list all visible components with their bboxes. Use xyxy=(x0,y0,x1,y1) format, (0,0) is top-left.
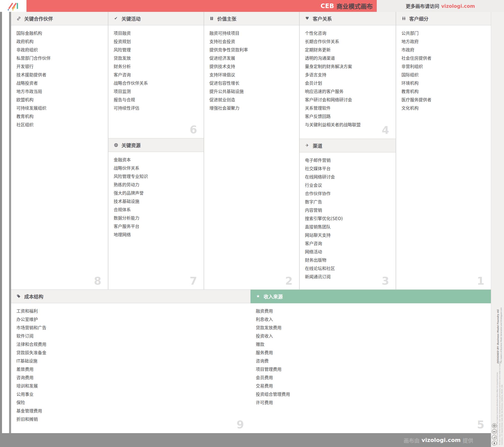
list-item: 社区组织 xyxy=(16,120,103,129)
item-list: 个性化咨询长期合作伙伴关系定期财务更新透明的沟通渠道量身定制的财务解决方案多语言… xyxy=(300,25,396,129)
list-item: 网络活动 xyxy=(305,247,391,256)
list-item: 项目管理费用 xyxy=(256,365,486,373)
item-list: 国际金融机构政府机构非政府组织私营部门合作伙伴开发银行技术援助提供者战略投资者地… xyxy=(11,25,108,129)
list-item: 利息收入 xyxy=(256,315,486,323)
list-item: 响应迅速的客户服务 xyxy=(305,87,391,95)
list-item: 地理网络 xyxy=(114,230,199,239)
list-item: 投资组合管理费用 xyxy=(256,390,486,398)
people-icon xyxy=(401,16,406,20)
list-item: 文化机构 xyxy=(401,104,486,112)
license-strip: DESIGNED BY: Business Model Foundry AG T… xyxy=(491,12,504,447)
star-icon: ★ xyxy=(256,294,261,298)
item-list: 项目融资投资规划风险管理贷款发放财务分析客户咨询战略合作伙伴关系项目监测报告与合… xyxy=(108,25,204,112)
list-item: 行业会议 xyxy=(305,181,391,189)
list-item: 提供技术支持 xyxy=(209,62,295,70)
section-customer-segments: 客户细分 公共部门地方政府市政府社会住房提供者非营利组织国际组织环境机构教育机构… xyxy=(396,12,491,289)
list-item: 技术基础设施 xyxy=(114,197,199,205)
list-item: 贷款发放 xyxy=(114,54,199,62)
creative-commons-badges: cc xyxy=(492,423,497,445)
list-item: 客户研讨会和网络研讨会 xyxy=(305,95,391,104)
list-item: 数字广告 xyxy=(305,197,391,206)
list-item: 支持社会投资 xyxy=(209,37,295,45)
list-item: 市政府 xyxy=(401,45,486,54)
footer-credit: 画布由 vizologi.com 提供 xyxy=(0,433,491,447)
section-customer-relationships: ♥ 客户关系 个性化咨询长期合作伙伴关系定期财务更新透明的沟通渠道量身定制的财务… xyxy=(300,12,396,139)
canvas-left-frame xyxy=(9,12,11,433)
list-item: 咨询费 xyxy=(256,356,486,365)
section-number: 6 xyxy=(190,125,197,135)
list-item: 工资和福利 xyxy=(16,307,246,315)
list-item: 支持环境倡议 xyxy=(209,70,295,79)
section-title: 关键活动 xyxy=(121,15,141,22)
section-number: 1 xyxy=(477,276,484,286)
item-list: 金融资本战略伙伴关系风险管理专业知识熟练的劳动力强大的品牌声誉技术基础设施合规体… xyxy=(108,152,204,239)
list-item: 风险管理专业知识 xyxy=(114,172,199,180)
plane-icon: ✈ xyxy=(305,143,310,147)
list-item: 报告与合规 xyxy=(114,95,199,104)
item-list: 公共部门地方政府市政府社会住房提供者非营利组织国际组织环境机构教育机构医疗服务提… xyxy=(396,25,491,112)
section-number: 3 xyxy=(382,276,389,286)
list-item: 投资收入 xyxy=(256,332,486,340)
section-number: 8 xyxy=(94,276,101,286)
section-header: 成本结构 xyxy=(11,290,250,303)
designed-by-subline: The makers of Business Model Generation … xyxy=(500,308,503,364)
section-title: 关键资源 xyxy=(121,142,141,148)
section-header: 价值主张 xyxy=(204,12,299,25)
item-list: 融资可持续项目支持社会投资提供竞争性贷款利率促进经济发展提供技术支持支持环境倡议… xyxy=(204,25,299,112)
list-item: 医疗服务提供者 xyxy=(401,95,486,104)
list-item: 公共部门 xyxy=(401,29,486,37)
section-header: 关键合作伙伴 xyxy=(11,12,108,25)
list-item: 定期财务更新 xyxy=(305,45,391,54)
list-item: 会员计划 xyxy=(305,79,391,87)
section-number: 4 xyxy=(382,125,389,136)
list-item: 地方政府 xyxy=(401,37,486,45)
footer-vizologi-link[interactable]: vizologi.com xyxy=(422,437,461,443)
list-item: 在线网络研讨会 xyxy=(305,172,391,181)
item-list: 电子邮件营销社交媒体平台在线网络研讨会行业会议合作伙伴协作数字广告内容营销搜索引… xyxy=(300,153,396,281)
list-item: 多语言支持 xyxy=(305,70,391,79)
license-text: This work is licensed under the Creative… xyxy=(496,359,503,445)
section-title: 渠道 xyxy=(313,142,322,149)
list-item: 办公室维护 xyxy=(16,315,246,323)
list-item: 欧盟机构 xyxy=(16,95,103,104)
list-item: 客户咨询 xyxy=(305,239,391,247)
list-item: 法律和合规费用 xyxy=(16,340,246,348)
list-item: 折旧和摊销 xyxy=(16,415,246,423)
list-item: 关系管理软件 xyxy=(305,104,391,112)
list-item: 数据分析能力 xyxy=(114,214,199,222)
section-revenue-streams: ★ 收入来源 融资费用利息收入贷款发放费用投资收入赠款服务费用咨询费项目管理费用… xyxy=(250,289,491,433)
logo[interactable] xyxy=(0,0,26,12)
list-item: 透明的沟通渠道 xyxy=(305,54,391,62)
list-item: 非营利组织 xyxy=(401,62,486,70)
globe-badge-icon xyxy=(492,423,497,428)
section-cost-structure: 成本结构 工资和福利办公室维护市场营销和广告软件订阅法律和合规费用贷款损失准备金… xyxy=(11,289,250,433)
list-item: 强大的品牌声誉 xyxy=(114,189,199,197)
footer-prefix: 画布由 xyxy=(404,436,420,444)
list-item: 量身定制的财务解决方案 xyxy=(305,62,391,70)
tag-icon xyxy=(16,294,21,298)
list-item: IT基础设施 xyxy=(16,356,246,365)
list-item: 贷款损失准备金 xyxy=(16,348,246,356)
list-item: 新闻通讯订阅 xyxy=(305,272,391,281)
section-value-propositions: 价值主张 融资可持续项目支持社会投资提供竞争性贷款利率促进经济发展提供技术支持支… xyxy=(204,12,300,289)
list-item: 直接销售团队 xyxy=(305,222,391,231)
list-item: 个性化咨询 xyxy=(305,29,391,37)
list-item: 项目监测 xyxy=(114,87,199,95)
heart-icon: ♥ xyxy=(305,16,310,20)
list-item: 贷款发放费用 xyxy=(256,323,486,332)
section-header: ✔ 关键活动 xyxy=(108,12,204,25)
vizologi-link[interactable]: vizologi.com xyxy=(441,3,475,9)
list-item: 地方市政当局 xyxy=(16,87,103,95)
list-item: 社会住房提供者 xyxy=(401,54,486,62)
list-item: 财务出版物 xyxy=(305,256,391,264)
list-item: 促进包容性增长 xyxy=(209,79,295,87)
designed-by-line: DESIGNED BY: Business Model Foundry AG xyxy=(496,308,500,364)
list-item: 战略伙伴关系 xyxy=(114,164,199,172)
list-item: 网站聊天支持 xyxy=(305,231,391,239)
list-item: 长期合作伙伴关系 xyxy=(305,37,391,45)
list-item: 培训和发展 xyxy=(16,381,246,390)
list-item: 服务费用 xyxy=(256,348,486,356)
designed-by-text: DESIGNED BY: Business Model Foundry AG T… xyxy=(496,308,502,364)
section-title: 客户关系 xyxy=(313,15,332,22)
list-item: 合规体系 xyxy=(114,205,199,214)
